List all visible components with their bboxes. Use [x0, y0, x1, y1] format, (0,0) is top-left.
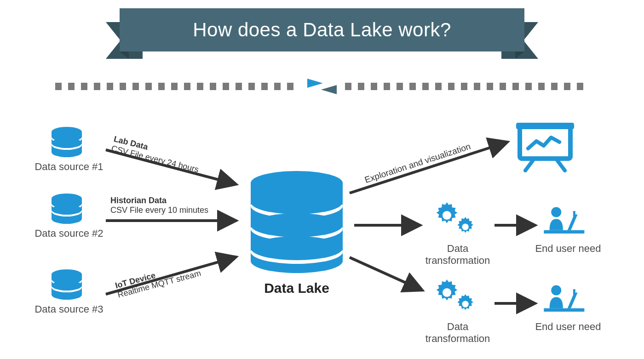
- enduser-2-label: End user need: [529, 321, 607, 333]
- data-transformation-1: [430, 202, 481, 244]
- svg-point-23: [251, 190, 343, 214]
- person-desk-icon: [540, 205, 591, 242]
- gears-icon: [430, 202, 481, 244]
- enduser-1-label: End user need: [529, 243, 607, 255]
- arrow-label-2: Historian Data CSV File every 10 minutes: [110, 196, 208, 215]
- svg-line-14: [350, 142, 506, 193]
- transform-1-label: Data transformation: [414, 243, 501, 267]
- arrow-2-sub: CSV File every 10 minutes: [110, 205, 208, 215]
- end-user-1: [540, 205, 591, 242]
- data-lake: [248, 170, 345, 276]
- svg-line-17: [350, 257, 421, 290]
- person-desk-icon: [540, 283, 591, 320]
- gears-icon: [430, 279, 481, 321]
- arrow-2-title: Historian Data: [110, 196, 208, 205]
- svg-rect-29: [516, 123, 574, 129]
- data-transformation-2: [430, 279, 481, 321]
- svg-line-31: [557, 160, 565, 171]
- end-user-2: [540, 283, 591, 320]
- transform-2-label: Data transformation: [414, 321, 501, 345]
- data-lake-label: Data Lake: [248, 280, 345, 296]
- presentation-icon: [515, 122, 575, 172]
- svg-point-27: [251, 236, 343, 260]
- svg-line-30: [525, 160, 534, 171]
- database-large-icon: [248, 170, 345, 276]
- presentation-output: [515, 122, 575, 172]
- svg-point-25: [251, 213, 343, 237]
